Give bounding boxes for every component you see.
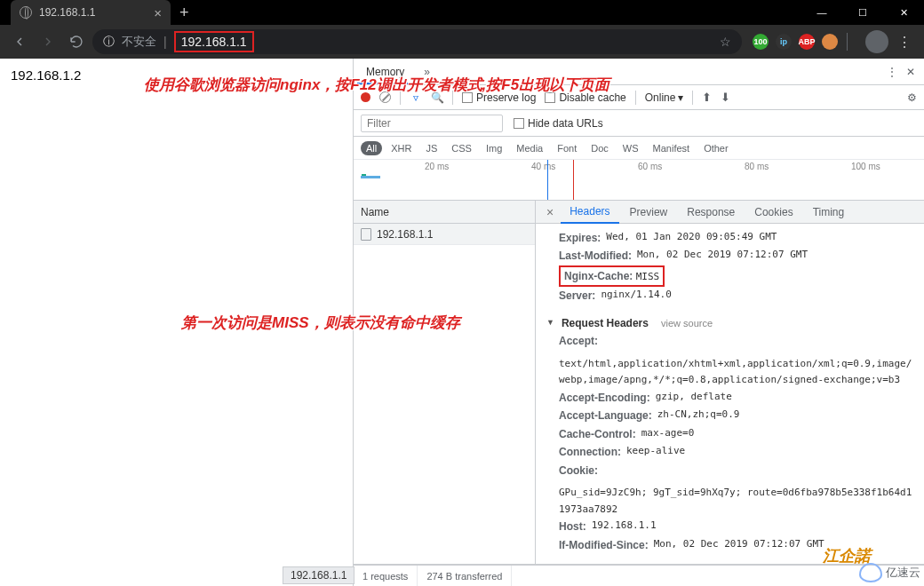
tab-more[interactable]: » bbox=[415, 59, 439, 84]
url-text: 192.168.1.1 bbox=[174, 31, 254, 52]
close-tab-icon[interactable]: × bbox=[154, 6, 162, 20]
separator bbox=[635, 91, 636, 105]
devtools-close-icon[interactable]: ✕ bbox=[906, 66, 915, 78]
filter-type-doc[interactable]: Doc bbox=[585, 141, 614, 155]
menu-button[interactable]: ⋮ bbox=[892, 29, 917, 54]
detail-tabs: × Headers Preview Response Cookies Timin… bbox=[536, 201, 924, 224]
document-icon bbox=[361, 228, 371, 241]
tick: 20 ms bbox=[425, 162, 449, 171]
tab-response[interactable]: Response bbox=[678, 202, 744, 223]
throttling-select[interactable]: Online▾ bbox=[645, 91, 684, 104]
request-name: 192.168.1.1 bbox=[377, 228, 433, 241]
record-icon[interactable] bbox=[361, 92, 370, 102]
filter-type-js[interactable]: JS bbox=[420, 141, 442, 155]
insecure-label: 不安全 bbox=[122, 34, 156, 50]
separator bbox=[692, 91, 693, 105]
network-toolbar: ▿ 🔍 Preserve log Disable cache Online▾ ⬆… bbox=[354, 85, 924, 110]
filter-type-other[interactable]: Other bbox=[698, 141, 734, 155]
request-headers-section[interactable]: ▼ Request Headers view source bbox=[546, 314, 913, 332]
name-column: Name 192.168.1.1 bbox=[354, 201, 536, 564]
filter-type-img[interactable]: Img bbox=[481, 141, 507, 155]
tick: 40 ms bbox=[531, 162, 555, 171]
filter-type-manifest[interactable]: Manifest bbox=[648, 141, 696, 155]
close-window-button[interactable]: ✕ bbox=[883, 0, 924, 25]
name-column-header[interactable]: Name bbox=[354, 201, 535, 224]
filter-type-ws[interactable]: WS bbox=[617, 141, 644, 155]
filter-type-css[interactable]: CSS bbox=[446, 141, 477, 155]
ext-icon-1[interactable]: 100 bbox=[753, 34, 769, 50]
separator bbox=[847, 33, 848, 51]
domready-line bbox=[547, 160, 548, 200]
tick: 60 ms bbox=[638, 162, 662, 171]
window-title-bar: 192.168.1.1 × + — ☐ ✕ bbox=[0, 0, 924, 25]
download-icon[interactable]: ⬇ bbox=[721, 91, 730, 104]
cloud-icon bbox=[859, 563, 882, 582]
tab-preview[interactable]: Preview bbox=[621, 202, 677, 223]
preserve-log-checkbox[interactable]: Preserve log bbox=[462, 91, 536, 104]
content-area: 192.168.1.2 Memory » ⋮ ✕ ▿ 🔍 Preserve lo… bbox=[0, 59, 924, 586]
bookmark-icon[interactable]: ☆ bbox=[720, 35, 731, 49]
info-icon: ⓘ bbox=[103, 34, 115, 50]
back-button[interactable] bbox=[7, 29, 32, 54]
watermark: 亿速云 bbox=[859, 563, 920, 582]
globe-icon bbox=[20, 6, 32, 19]
timeline-bar bbox=[362, 174, 366, 176]
devtools-panel: Memory » ⋮ ✕ ▿ 🔍 Preserve log Disable ca… bbox=[353, 59, 924, 586]
filter-input[interactable] bbox=[361, 115, 503, 132]
address-input[interactable]: ⓘ 不安全 | 192.168.1.1 ☆ bbox=[92, 29, 742, 54]
filter-row: Hide data URLs bbox=[354, 110, 924, 137]
window-controls: — ☐ ✕ bbox=[801, 0, 924, 25]
tab-memory[interactable]: Memory bbox=[357, 59, 413, 84]
maximize-button[interactable]: ☐ bbox=[842, 0, 883, 25]
tick: 100 ms bbox=[851, 162, 880, 171]
page-viewport: 192.168.1.2 bbox=[0, 59, 353, 586]
status-transferred: 274 B transferred bbox=[418, 566, 512, 586]
reload-button[interactable] bbox=[64, 29, 89, 54]
separator bbox=[452, 91, 453, 105]
headers-content[interactable]: Expires:Wed, 01 Jan 2020 09:05:49 GMT La… bbox=[536, 224, 924, 564]
network-status-bar: 1 requests 274 B transferred bbox=[354, 565, 924, 586]
tab-cookies[interactable]: Cookies bbox=[745, 202, 801, 223]
address-bar: ⓘ 不安全 | 192.168.1.1 ☆ 100 ip ABP ⋮ bbox=[0, 25, 924, 59]
filter-icon[interactable]: ▿ bbox=[410, 91, 422, 104]
network-body: Name 192.168.1.1 × Headers Preview Respo… bbox=[354, 201, 924, 565]
separator bbox=[400, 91, 401, 105]
tab-title: 192.168.1.1 bbox=[39, 6, 95, 19]
forward-button[interactable] bbox=[36, 29, 60, 54]
detail-panel: × Headers Preview Response Cookies Timin… bbox=[536, 201, 924, 564]
tab-timing[interactable]: Timing bbox=[804, 202, 854, 223]
request-row[interactable]: 192.168.1.1 bbox=[354, 224, 535, 245]
settings-icon[interactable]: ⚙ bbox=[907, 91, 917, 104]
new-tab-button[interactable]: + bbox=[171, 0, 198, 25]
filter-type-row: All XHR JS CSS Img Media Font Doc WS Man… bbox=[354, 137, 924, 160]
hover-url: 192.168.1.1 bbox=[283, 566, 354, 584]
kebab-menu-icon[interactable]: ⋮ bbox=[887, 66, 897, 78]
extensions: 100 ip ABP bbox=[753, 34, 838, 50]
load-line bbox=[573, 160, 574, 200]
profile-avatar[interactable] bbox=[865, 30, 888, 53]
search-icon[interactable]: 🔍 bbox=[431, 91, 443, 104]
waterfall-timeline[interactable]: 20 ms 40 ms 60 ms 80 ms 100 ms bbox=[354, 160, 924, 201]
filter-type-media[interactable]: Media bbox=[511, 141, 548, 155]
devtools-tabs: Memory » ⋮ ✕ bbox=[354, 59, 924, 85]
browser-tab[interactable]: 192.168.1.1 × bbox=[11, 0, 171, 25]
upload-icon[interactable]: ⬆ bbox=[702, 91, 712, 104]
filter-type-all[interactable]: All bbox=[361, 141, 382, 155]
disable-cache-checkbox[interactable]: Disable cache bbox=[545, 91, 625, 104]
clear-icon[interactable] bbox=[379, 91, 391, 103]
tab-headers[interactable]: Headers bbox=[561, 201, 618, 224]
ext-icon-ip[interactable]: ip bbox=[776, 34, 792, 50]
tick: 80 ms bbox=[745, 162, 769, 171]
timeline-bar bbox=[361, 176, 380, 178]
status-requests: 1 requests bbox=[354, 566, 418, 586]
filter-type-xhr[interactable]: XHR bbox=[386, 141, 417, 155]
close-detail-icon[interactable]: × bbox=[541, 205, 559, 219]
filter-type-font[interactable]: Font bbox=[552, 141, 582, 155]
ext-icon-4[interactable] bbox=[822, 34, 838, 50]
ext-icon-abp[interactable]: ABP bbox=[799, 34, 815, 50]
minimize-button[interactable]: — bbox=[801, 0, 842, 25]
page-body-text: 192.168.1.2 bbox=[11, 67, 81, 83]
hide-data-urls-checkbox[interactable]: Hide data URLs bbox=[514, 117, 603, 130]
